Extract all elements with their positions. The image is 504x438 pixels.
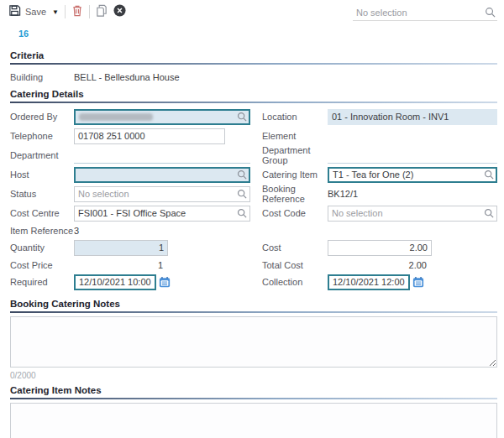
save-dropdown-button[interactable]: ▼	[52, 8, 59, 16]
spacer-row	[262, 223, 497, 237]
telephone-label: Telephone	[10, 131, 74, 141]
ordered-by-label: Ordered By	[10, 112, 74, 122]
item-reference-value: 3	[74, 226, 79, 236]
telephone-input[interactable]	[74, 128, 225, 144]
required-field	[74, 274, 171, 290]
building-row: Building BELL - Bellesduna House	[10, 70, 497, 84]
host-row: Host	[10, 165, 250, 184]
host-input[interactable]	[74, 167, 250, 183]
department-label: Department	[10, 150, 74, 160]
location-row: Location	[262, 107, 497, 126]
toolbar-separator	[65, 5, 66, 18]
department-row: Department	[10, 146, 250, 164]
cost-price-value: 1	[74, 260, 163, 270]
telephone-field[interactable]	[74, 128, 225, 144]
status-input[interactable]	[74, 186, 250, 202]
cost-centre-input[interactable]	[74, 206, 250, 222]
catering-booking-form: Save ▼	[0, 0, 504, 438]
item-reference-label: Item Reference	[10, 226, 74, 236]
status-row: Status	[10, 185, 250, 203]
save-button-label: Save	[25, 7, 46, 17]
total-cost-value: 2.00	[328, 260, 427, 270]
section-catering-title: Catering Details	[10, 89, 497, 102]
cost-price-row: Cost Price 1	[10, 258, 250, 272]
telephone-row: Telephone	[10, 127, 250, 145]
total-cost-label: Total Cost	[262, 260, 328, 270]
section-rule	[10, 398, 497, 399]
department-value	[74, 148, 250, 164]
search-icon[interactable]	[237, 189, 247, 199]
form-column-right: Location Element Department Group	[262, 107, 497, 292]
cancel-button[interactable]	[113, 4, 126, 19]
required-row: Required	[10, 273, 250, 291]
cost-code-input[interactable]	[328, 206, 497, 222]
department-group-row: Department Group	[262, 146, 497, 164]
search-icon[interactable]	[237, 112, 247, 122]
booking-reference-row: Booking Reference BK12/1	[262, 185, 497, 203]
required-label: Required	[10, 277, 74, 287]
search-icon[interactable]	[237, 208, 247, 218]
cost-price-label: Cost Price	[10, 260, 74, 270]
item-notes-title: Catering Item Notes	[10, 385, 497, 398]
location-field	[328, 109, 497, 125]
search-icon[interactable]	[484, 208, 494, 218]
ordered-by-redacted-value	[79, 113, 153, 121]
host-field[interactable]	[74, 167, 250, 183]
search-icon[interactable]	[237, 169, 247, 180]
booking-reference-value: BK12/1	[328, 189, 358, 199]
required-date-input[interactable]	[74, 274, 156, 290]
booking-notes-textarea[interactable]	[10, 316, 497, 368]
trash-icon	[71, 4, 83, 19]
cost-centre-label: Cost Centre	[10, 208, 74, 218]
element-row: Element	[262, 127, 497, 145]
booking-notes-title: Booking Catering Notes	[10, 299, 497, 311]
cost-centre-row: Cost Centre	[10, 204, 250, 222]
status-field[interactable]	[74, 186, 250, 202]
catering-item-row: Catering Item	[262, 165, 497, 184]
host-label: Host	[10, 169, 74, 180]
section-rule	[10, 311, 497, 313]
cost-code-field[interactable]	[328, 206, 497, 222]
section-rule	[10, 63, 497, 65]
quantity-field[interactable]	[74, 240, 168, 256]
cost-code-row: Cost Code	[262, 204, 497, 222]
collection-field	[328, 274, 424, 290]
collection-date-input[interactable]	[328, 274, 410, 290]
ordered-by-field[interactable]	[74, 109, 250, 125]
quantity-input[interactable]	[74, 240, 168, 256]
department-group-label: Department Group	[262, 145, 328, 165]
catering-item-input[interactable]	[328, 167, 497, 183]
booking-reference-label: Booking Reference	[262, 184, 328, 204]
location-input	[328, 109, 497, 125]
quantity-label: Quantity	[10, 242, 74, 253]
chevron-down-icon: ▼	[52, 8, 59, 16]
section-rule	[10, 102, 497, 103]
calendar-icon[interactable]	[412, 276, 424, 288]
location-label: Location	[262, 112, 328, 122]
search-icon[interactable]	[484, 169, 494, 180]
cost-input[interactable]	[328, 240, 432, 256]
search-icon[interactable]	[485, 7, 496, 18]
section-catering-details: Catering Details Ordered By	[10, 89, 497, 292]
booking-notes-counter: 0/2000	[10, 371, 497, 380]
cost-field[interactable]	[328, 240, 432, 256]
delete-button[interactable]	[71, 4, 83, 19]
catering-form-grid: Ordered By Telephone	[10, 107, 497, 292]
department-group-value	[328, 148, 497, 164]
building-label: Building	[10, 72, 74, 82]
quantity-row: Quantity	[10, 238, 250, 257]
element-label: Element	[262, 131, 328, 141]
building-value: BELL - Bellesduna House	[74, 72, 180, 82]
cost-centre-field[interactable]	[74, 206, 250, 222]
save-button[interactable]: Save	[8, 4, 46, 19]
cost-label: Cost	[262, 242, 328, 253]
copy-button[interactable]	[96, 4, 108, 19]
ordered-by-row: Ordered By	[10, 107, 250, 126]
record-search-input[interactable]: No selection	[353, 6, 497, 21]
status-label: Status	[10, 189, 74, 199]
catering-item-label: Catering Item	[262, 169, 328, 180]
catering-item-field[interactable]	[328, 167, 497, 183]
item-notes-textarea[interactable]	[10, 403, 497, 438]
section-criteria-title: Criteria	[10, 50, 497, 63]
calendar-icon[interactable]	[159, 276, 171, 288]
